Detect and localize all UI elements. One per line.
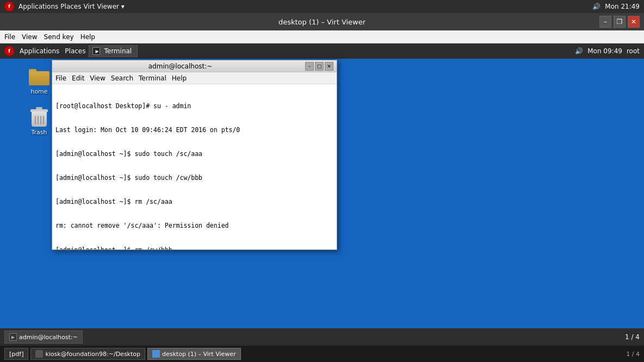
virt-viewer-controls: – ❐ ✕ bbox=[599, 16, 640, 28]
kiosk-icon bbox=[35, 350, 43, 358]
os-time: Mon 21:49 bbox=[605, 3, 640, 10]
vv-restore-button[interactable]: ❐ bbox=[614, 16, 626, 28]
taskbar-terminal-label: admin@localhost:~ bbox=[19, 334, 78, 341]
home-icon-image bbox=[28, 65, 50, 87]
guest-taskbar: ▶ admin@localhost:~ 1 / 4 bbox=[0, 328, 644, 346]
fedora-icon: f bbox=[4, 2, 14, 11]
guest-panel-right: 🔊 Mon 09:49 root bbox=[575, 47, 640, 55]
terminal-menu-edit[interactable]: Edit bbox=[72, 74, 84, 82]
term-line-5: [admin@localhost ~]$ rm /sc/aaa bbox=[55, 197, 333, 206]
guest-terminal-panel-btn[interactable]: ▶ Terminal bbox=[89, 45, 138, 57]
taskbar-left: ▶ admin@localhost:~ bbox=[4, 330, 83, 344]
virt-viewer-menubar: File View Send key Help bbox=[0, 30, 644, 43]
host-bottom-bar: [pdf] kiosk@foundation98:~/Desktop deskt… bbox=[0, 346, 644, 362]
host-pdf-label: [pdf] bbox=[9, 351, 23, 358]
terminal-restore-button[interactable]: □ bbox=[315, 62, 324, 71]
home-icon-label: home bbox=[30, 88, 47, 95]
host-bottom-left: [pdf] kiosk@foundation98:~/Desktop deskt… bbox=[4, 348, 241, 360]
term-line-6: rm: cannot remove '/sc/aaa': Permission … bbox=[55, 221, 333, 230]
terminal-menu-view[interactable]: View bbox=[90, 74, 105, 82]
os-places-menu[interactable]: Places bbox=[60, 3, 81, 10]
terminal-menubar: File Edit View Search Terminal Help bbox=[52, 72, 337, 84]
terminal-wm-buttons: – □ ✕ bbox=[305, 62, 333, 71]
os-volume-icon: 🔊 bbox=[592, 3, 600, 10]
trash-body bbox=[32, 111, 47, 127]
terminal-minimize-button[interactable]: – bbox=[305, 62, 314, 71]
virt-viewer-titlebar: desktop (1) – Virt Viewer – ❐ ✕ bbox=[0, 13, 644, 30]
term-line-7: [admin@localhost ~]$ rm /cw/bbb bbox=[55, 246, 333, 249]
host-task-kiosk[interactable]: kiosk@foundation98:~/Desktop bbox=[30, 348, 145, 360]
os-top-left: f Applications Places Virt Viewer ▾ bbox=[4, 2, 125, 11]
terminal-menu-file[interactable]: File bbox=[55, 74, 66, 82]
host-vv-label: desktop (1) – Virt Viewer bbox=[162, 351, 236, 358]
vv-close-button[interactable]: ✕ bbox=[628, 16, 640, 28]
guest-time: Mon 09:49 bbox=[587, 47, 622, 55]
terminal-window[interactable]: admin@localhost:~ – □ ✕ File Edit View S… bbox=[52, 60, 337, 250]
os-top-right: 🔊 Mon 21:49 bbox=[592, 3, 640, 10]
vv-taskbar-icon bbox=[152, 350, 160, 358]
guest-panel: f Applications Places ▶ Terminal 🔊 Mon 0… bbox=[0, 43, 644, 59]
guest-panel-left: f Applications Places ▶ Terminal bbox=[4, 45, 138, 57]
trash-line-3 bbox=[40, 116, 41, 124]
guest-taskbar-page: 1 / 4 bbox=[625, 333, 640, 341]
host-task-vv[interactable]: desktop (1) – Virt Viewer bbox=[147, 348, 241, 360]
vv-menu-view[interactable]: View bbox=[22, 33, 37, 41]
guest-desktop[interactable]: f Applications Places ▶ Terminal 🔊 Mon 0… bbox=[0, 43, 644, 346]
guest-terminal-panel-label: Terminal bbox=[102, 47, 134, 55]
guest-volume-icon: 🔊 bbox=[575, 47, 583, 55]
trash-icon-label: Trash bbox=[31, 129, 47, 136]
host-page-indicator: 1 / 4 bbox=[626, 351, 640, 358]
terminal-titlebar: admin@localhost:~ – □ ✕ bbox=[52, 60, 337, 72]
term-line-2: Last login: Mon Oct 10 09:46:24 EDT 2016… bbox=[55, 126, 333, 134]
os-viewer-app[interactable]: Virt Viewer ▾ bbox=[83, 3, 124, 10]
terminal-close-button[interactable]: ✕ bbox=[325, 62, 333, 71]
taskbar-item-terminal[interactable]: ▶ admin@localhost:~ bbox=[4, 330, 83, 344]
term-line-4: [admin@localhost ~]$ sudo touch /cw/bbb bbox=[55, 173, 333, 182]
home-body bbox=[29, 71, 49, 85]
vv-menu-help[interactable]: Help bbox=[81, 33, 95, 41]
trash-line-4 bbox=[43, 116, 44, 124]
term-line-3: [admin@localhost ~]$ sudo touch /sc/aaa bbox=[55, 149, 333, 158]
vv-menu-sendkey[interactable]: Send key bbox=[44, 33, 74, 41]
os-applications-menu[interactable]: Applications bbox=[18, 3, 58, 10]
vv-minimize-button[interactable]: – bbox=[599, 16, 611, 28]
trash-lines bbox=[35, 116, 44, 124]
host-task-pdf[interactable]: [pdf] bbox=[4, 348, 28, 360]
trash-icon-image bbox=[28, 106, 50, 128]
trash-icon-shape bbox=[30, 107, 48, 127]
guest-fedora-icon: f bbox=[4, 46, 14, 56]
os-top-bar: f Applications Places Virt Viewer ▾ 🔊 Mo… bbox=[0, 0, 644, 13]
terminal-menu-help[interactable]: Help bbox=[172, 74, 187, 82]
guest-places-menu[interactable]: Places bbox=[63, 47, 88, 55]
guest-user: root bbox=[627, 47, 640, 55]
taskbar-terminal-icon: ▶ bbox=[9, 333, 17, 341]
guest-applications-menu[interactable]: Applications bbox=[17, 47, 61, 55]
terminal-content[interactable]: [root@localhost Desktop]# su - admin Las… bbox=[52, 84, 337, 249]
virt-viewer-title: desktop (1) – Virt Viewer bbox=[0, 18, 644, 26]
home-icon-shape bbox=[29, 67, 49, 85]
trash-line-2 bbox=[38, 116, 39, 124]
terminal-menu-terminal[interactable]: Terminal bbox=[139, 74, 166, 82]
trash-line-1 bbox=[35, 116, 36, 124]
guest-terminal-panel-icon: ▶ bbox=[92, 47, 100, 55]
host-bottom-right: 1 / 4 bbox=[626, 351, 640, 358]
host-kiosk-label: kiosk@foundation98:~/Desktop bbox=[45, 351, 140, 358]
taskbar-right: 1 / 4 bbox=[625, 333, 640, 341]
vv-menu-file[interactable]: File bbox=[4, 33, 15, 41]
terminal-menu-search[interactable]: Search bbox=[111, 74, 133, 82]
term-line-1: [root@localhost Desktop]# su - admin bbox=[55, 102, 333, 110]
terminal-title: admin@localhost:~ bbox=[55, 63, 305, 70]
